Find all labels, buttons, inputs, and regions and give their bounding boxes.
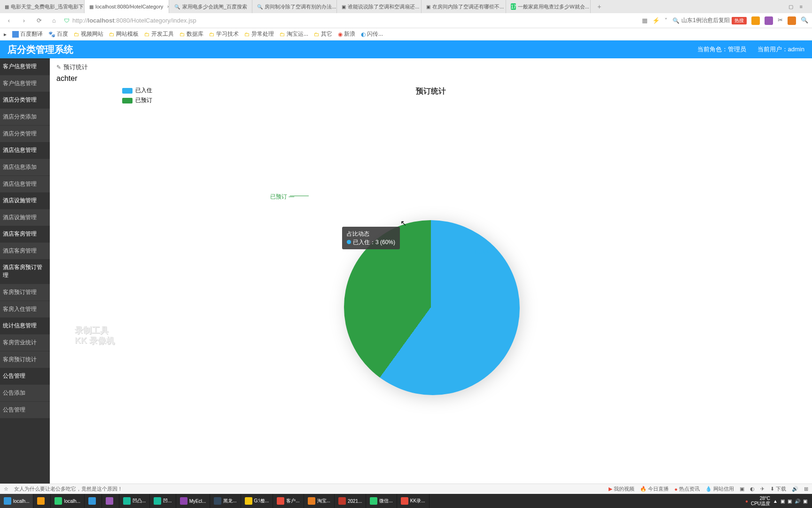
icon[interactable]: ◐ bbox=[750, 486, 755, 492]
extension-icon[interactable] bbox=[765, 16, 773, 25]
sidebar-group[interactable]: 客户信息管理 bbox=[0, 58, 50, 75]
url-input[interactable]: 🛡 http://localhost:8080/HotelCategory/in… bbox=[64, 17, 637, 24]
sidebar-group[interactable]: 酒店客房预订管理 bbox=[0, 259, 50, 284]
back-button[interactable]: ‹ bbox=[4, 17, 14, 24]
news-link[interactable]: 💧网站信用 bbox=[705, 485, 734, 492]
tray-icon[interactable]: ▣ bbox=[788, 499, 792, 504]
forward-button[interactable]: › bbox=[19, 17, 29, 24]
icon[interactable]: ⊞ bbox=[804, 486, 808, 492]
sidebar-item[interactable]: 客房入住管理 bbox=[0, 301, 50, 318]
sidebar-item[interactable]: 公告管理 bbox=[0, 401, 50, 418]
sidebar-item[interactable]: 酒店分类管理 bbox=[0, 125, 50, 142]
taskbar-app[interactable]: 凹... bbox=[150, 494, 176, 508]
sidebar-item[interactable]: 酒店分类添加 bbox=[0, 108, 50, 125]
tab-count-icon[interactable]: ▢ bbox=[789, 4, 793, 10]
news-link[interactable]: ●热点资讯 bbox=[674, 485, 700, 492]
scissors-icon[interactable]: ✂ bbox=[778, 16, 783, 25]
bookmark-item[interactable]: 🗀视频网站 bbox=[74, 30, 103, 38]
sidebar-item[interactable]: 客房营业统计 bbox=[0, 334, 50, 351]
news-link[interactable]: 🔥今日直播 bbox=[640, 485, 669, 492]
sidebar-item[interactable]: 酒店信息管理 bbox=[0, 175, 50, 192]
news-headline[interactable]: 女人为什么要让老公多吃它，竟然是这个原因！ bbox=[14, 485, 123, 492]
tray-icon[interactable]: ● bbox=[745, 499, 748, 504]
taskbar-app[interactable]: 客户... bbox=[273, 494, 304, 508]
bookmark-item[interactable]: 🗀异常处理 bbox=[244, 30, 274, 38]
tray-icon[interactable]: ▣ bbox=[781, 499, 785, 504]
chevron-down-icon[interactable]: ˅ bbox=[664, 17, 668, 24]
download-link[interactable]: ⬇下载 bbox=[770, 485, 786, 492]
bookmark-item[interactable]: 百度翻译 bbox=[12, 30, 43, 38]
taskbar-app[interactable]: 凹凸... bbox=[119, 494, 150, 508]
search-icon[interactable]: 🔍 bbox=[801, 16, 808, 25]
taskbar-app[interactable] bbox=[85, 494, 102, 508]
taskbar-app[interactable]: 黑龙... bbox=[210, 494, 241, 508]
browser-tab-active[interactable]: ▦localhost:8080/HotelCategory× bbox=[85, 0, 169, 13]
legend-item[interactable]: 已入住 bbox=[122, 87, 152, 95]
bookmark-item[interactable]: 🐾百度 bbox=[48, 30, 68, 38]
taskbar-app[interactable] bbox=[33, 494, 51, 508]
sidebar-item[interactable]: 公告添加 bbox=[0, 384, 50, 401]
sidebar-item[interactable]: 酒店信息添加 bbox=[0, 159, 50, 175]
bookmark-item[interactable]: 🗀其它 bbox=[314, 30, 332, 38]
sidebar-item[interactable]: 客房预订统计 bbox=[0, 351, 50, 368]
icon[interactable]: 🔊 bbox=[792, 486, 798, 492]
sidebar-item[interactable]: 酒店设施管理 bbox=[0, 209, 50, 226]
search-box[interactable]: 🔍 山东1例治愈后复阳 热搜 bbox=[672, 16, 747, 24]
news-link[interactable]: ▶我的视频 bbox=[609, 485, 634, 492]
temperature-widget[interactable]: 28°C CPU温度 bbox=[751, 496, 770, 506]
taskbar-app[interactable]: localh... bbox=[0, 494, 33, 508]
browser-tab[interactable]: 🔍房间制冷除了空调有别的办法... bbox=[252, 0, 337, 13]
reload-button[interactable]: ⟳ bbox=[34, 17, 44, 24]
browser-tab[interactable]: ▣谁能说说除了空调和空调扇还... bbox=[337, 0, 422, 13]
new-tab-button[interactable]: + bbox=[591, 3, 608, 10]
home-button[interactable]: ⌂ bbox=[49, 17, 59, 24]
browser-tab[interactable]: 🔍家用电多少会跳闸_百度搜索 bbox=[169, 0, 252, 13]
legend-item[interactable]: 已预订 bbox=[122, 96, 152, 104]
menu-icon[interactable]: ≡ bbox=[800, 4, 803, 10]
bookmark-item[interactable]: 🗀淘宝运... bbox=[280, 30, 308, 38]
flash-icon[interactable]: ⚡ bbox=[652, 17, 660, 24]
legend-swatch-icon bbox=[122, 98, 133, 103]
browser-tab[interactable]: 17一般家庭用电查过多少W就会... bbox=[506, 0, 591, 13]
bookmark-item[interactable]: 🗀数据库 bbox=[180, 30, 203, 38]
sidebar-item[interactable]: 客户信息管理 bbox=[0, 75, 50, 92]
app-icon bbox=[277, 497, 284, 505]
qr-icon[interactable]: ▦ bbox=[642, 17, 648, 24]
sidebar-group[interactable]: 公告管理 bbox=[0, 368, 50, 384]
icon[interactable]: ▣ bbox=[740, 486, 744, 492]
sidebar-group[interactable]: 酒店设施管理 bbox=[0, 192, 50, 209]
browser-tab[interactable]: ▣在房间内除了空调还有哪些不... bbox=[422, 0, 506, 13]
taskbar-app[interactable]: 2021... bbox=[335, 494, 367, 508]
bookmark-item[interactable]: ◐闪传... bbox=[361, 30, 383, 38]
game-icon[interactable] bbox=[788, 16, 796, 25]
taskbar-app[interactable] bbox=[102, 494, 119, 508]
taskbar-app[interactable]: G:\整... bbox=[241, 494, 273, 508]
sidebar-group[interactable]: 酒店客房管理 bbox=[0, 226, 50, 242]
taskbar-app[interactable]: MyEcl... bbox=[176, 494, 211, 508]
taskbar-app[interactable]: 微信... bbox=[366, 494, 397, 508]
bookmark-item[interactable]: 🗀学习技术 bbox=[209, 30, 239, 38]
app-icon bbox=[214, 497, 221, 505]
chart-title: 预订统计 bbox=[416, 87, 446, 96]
tray-icon[interactable]: ▣ bbox=[803, 499, 807, 504]
sidebar-group[interactable]: 统计信息管理 bbox=[0, 318, 50, 334]
tab-label: 家用电多少会跳闸_百度搜索 bbox=[182, 3, 247, 10]
bookmark-item[interactable]: ◉新浪 bbox=[338, 30, 355, 38]
taskbar-app[interactable]: KK录... bbox=[397, 494, 429, 508]
tray-icon[interactable]: ▲ bbox=[773, 499, 778, 504]
icon[interactable]: ✈ bbox=[760, 486, 765, 492]
sidebar-group[interactable]: 酒店信息管理 bbox=[0, 142, 50, 159]
sidebar-item[interactable]: 酒店客房管理 bbox=[0, 242, 50, 259]
bookmark-item[interactable]: 🗀网站模板 bbox=[109, 30, 139, 38]
extension-icon[interactable] bbox=[751, 16, 760, 25]
sidebar-group[interactable]: 酒店分类管理 bbox=[0, 92, 50, 108]
fav-icon[interactable]: ☆ bbox=[4, 486, 8, 492]
taskbar-app[interactable]: localh... bbox=[51, 494, 84, 508]
legend-label: 已预订 bbox=[135, 96, 152, 104]
bookmark-item[interactable]: 🗀开发工具 bbox=[144, 30, 174, 38]
sidebar-item[interactable]: 客房预订管理 bbox=[0, 284, 50, 301]
taskbar-app[interactable]: 淘宝... bbox=[304, 494, 335, 508]
tray-icon[interactable]: 🔊 bbox=[795, 499, 800, 504]
bookmark-item[interactable]: ▸ bbox=[4, 31, 7, 38]
browser-tab[interactable]: ▦电影天堂_免费电影_迅雷电影下 bbox=[0, 0, 85, 13]
